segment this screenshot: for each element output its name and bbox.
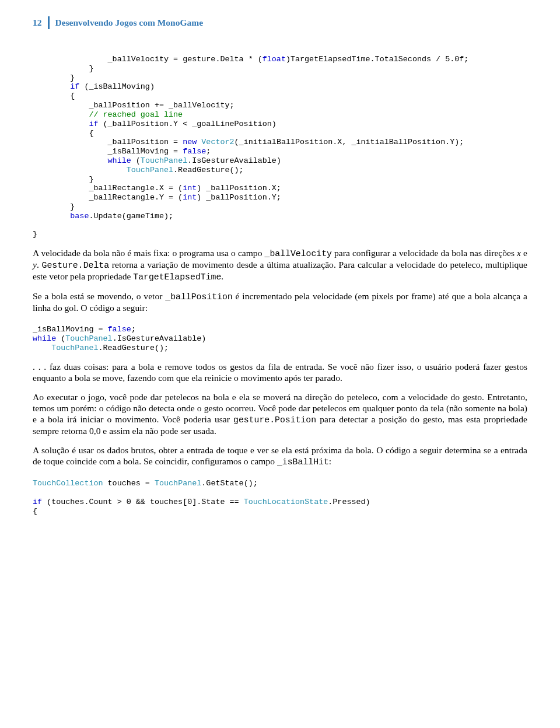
header-separator xyxy=(48,16,50,29)
code-block-1: _ballVelocity = gesture.Delta * (float)T… xyxy=(33,55,527,239)
paragraph-3: . . . faz duas coisas: para a bola e rem… xyxy=(33,361,527,383)
paragraph-4: Ao executar o jogo, você pode dar petele… xyxy=(33,391,527,436)
header-title: Desenvolvendo Jogos com MonoGame xyxy=(55,18,204,29)
paragraph-5: A solução é usar os dados brutos, obter … xyxy=(33,444,527,467)
page-number: 12 xyxy=(33,18,42,29)
paragraph-1: A velocidade da bola não é mais fixa: o … xyxy=(33,247,527,282)
code-block-3: TouchCollection touches = TouchPanel.Get… xyxy=(33,479,527,516)
page-header: 12 Desenvolvendo Jogos com MonoGame xyxy=(33,16,527,29)
paragraph-2: Se a bola está se movendo, o vetor _ball… xyxy=(33,290,527,313)
code-block-2: _isBallMoving = false; while (TouchPanel… xyxy=(33,325,527,352)
